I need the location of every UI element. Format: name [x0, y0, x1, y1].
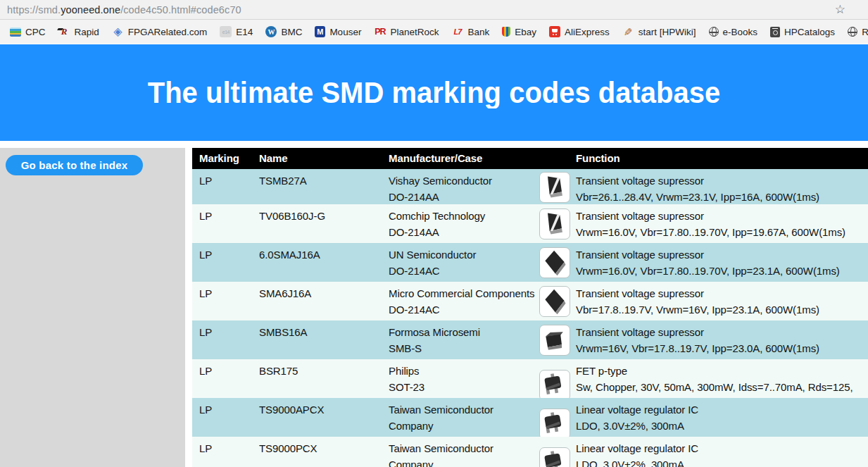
package-image [539, 325, 570, 356]
url-domain: yooneed.one [61, 4, 120, 15]
function-detail-line: Vbr=17.8..19.7V, Vrwm=16V, Ipp=23.1A, 60… [576, 301, 868, 318]
package-image [539, 208, 570, 239]
function-detail-line: Vbr=26.1..28.4V, Vrwm=23.1V, Ipp=16A, 60… [576, 189, 868, 204]
pencil-icon [622, 26, 634, 37]
cell-manufacturer-case: Philips SOT-23 [389, 359, 535, 398]
header-function: Function [574, 148, 868, 169]
bookmark-item[interactable]: AliExpress [543, 24, 615, 39]
bookmark-item[interactable]: CPC [4, 25, 51, 39]
function-detail-line: Vrwm=16.0V, Vbr=17.80..19.70V, Ipp=23.1A… [576, 263, 868, 279]
function-detail-line: Vrwm=16.0V, Vbr=17.80..19.70V, Ipp=19.67… [576, 224, 868, 240]
function-title-line: FET p-type [576, 363, 868, 379]
cell-package [535, 204, 574, 243]
cell-package [535, 169, 574, 204]
cell-name: TS9000APCX [259, 398, 389, 437]
manufacturer-line: Taiwan Semiconductor Company [389, 440, 535, 467]
bookmark-item[interactable]: E14 [214, 24, 258, 39]
function-title-line: Linear voltage regulator IC [576, 440, 868, 456]
bookmark-label: Bank [467, 27, 489, 37]
cell-function: Transient voltage supressor Vbr=26.1..28… [574, 169, 868, 204]
bookmark-item[interactable]: BMC [260, 24, 308, 39]
url-scheme: https://smd. [7, 4, 61, 15]
cell-function: Transient voltage supressor Vrwm=16V, Vb… [574, 320, 868, 359]
cell-package [535, 282, 574, 320]
pr-logo-icon [374, 26, 386, 37]
cell-manufacturer-case: Taiwan Semiconductor Company SOT-23 [389, 437, 535, 467]
case-line: DO-214AA [389, 189, 535, 204]
bookmark-label: HPCatalogs [784, 27, 835, 37]
bookmark-label: Mouser [329, 27, 361, 37]
aliexpress-cart-icon [549, 26, 560, 37]
bookmark-item[interactable]: Rapid [53, 24, 105, 39]
function-title-line: Linear voltage regulator IC [576, 401, 868, 418]
url-path: /code4c50.html#code6c70 [120, 4, 241, 15]
bookmark-label: Rapid [75, 27, 99, 37]
case-line: SMB-S [389, 340, 535, 356]
bookmark-label: E14 [236, 27, 253, 37]
cell-marking: LP [192, 169, 259, 204]
globe-icon [709, 27, 719, 37]
wordpress-icon [265, 26, 277, 37]
table-row: LP BSR175 Philips SOT-23 FET p-type Sw, … [192, 359, 868, 398]
table-row: LP SMA6J16A Micro Commercial Components … [192, 282, 868, 320]
case-line: DO-214AC [389, 263, 535, 279]
bookmark-item[interactable]: Recent-02-08-2024_w... [842, 25, 868, 39]
cell-marking: LP [192, 282, 259, 320]
bookmarks-bar: CPCRapidFPGARelated.comE14BMCMouserPlane… [0, 20, 868, 44]
bookmark-label: AliExpress [565, 27, 610, 37]
url-input[interactable]: https://smd.yooneed.one/code4c50.html#co… [7, 4, 835, 15]
cell-name: TS9000PCX [259, 437, 389, 467]
bookmark-item[interactable]: e-Books [703, 25, 764, 39]
manufacturer-line: Philips [389, 363, 535, 379]
bookmark-item[interactable]: PlanetRock [368, 24, 444, 39]
bank-logo-icon [451, 26, 463, 37]
cell-function: Linear voltage regulator IC LDO, 3.0V±2%… [574, 437, 868, 467]
main-content: Go back to the index Marking Name Manufa… [0, 141, 868, 467]
bookmark-label: BMC [281, 27, 302, 37]
cell-name: TSMB27A [259, 169, 389, 204]
case-line: DO-214AC [389, 301, 535, 318]
ebay-logo-icon [502, 27, 510, 37]
bookmark-item[interactable]: Mouser [309, 24, 367, 39]
case-line: DO-214AA [389, 224, 535, 240]
function-detail-line: LDO, 3.0V±2%, 300mA [576, 456, 868, 467]
function-detail-line: Sw, Chopper, 30V, 50mA, 300mW, Idss=7..7… [576, 379, 868, 398]
function-title-line: Transient voltage supressor [576, 324, 868, 340]
bookmark-item[interactable]: Bank [446, 24, 495, 39]
bookmark-label: FPGARelated.com [128, 27, 208, 37]
cell-function: FET p-type Sw, Chopper, 30V, 50mA, 300mW… [574, 359, 868, 398]
bookmark-label: Ebay [515, 27, 536, 37]
go-back-button[interactable]: Go back to the index [6, 155, 143, 175]
cell-manufacturer-case: UN Semiconductor DO-214AC [389, 243, 535, 282]
cell-manufacturer-case: Taiwan Semiconductor Company SOT-23 [389, 398, 535, 437]
cell-function: Transient voltage supressor Vrwm=16.0V, … [574, 204, 868, 243]
e14-logo-icon [220, 26, 232, 37]
package-image [539, 172, 570, 203]
package-image [539, 247, 570, 278]
cell-package [535, 398, 574, 437]
cell-manufacturer-case: Formosa Microsemi SMB-S [389, 320, 535, 359]
cell-manufacturer-case: Micro Commercial Components DO-214AC [389, 282, 535, 320]
mouser-logo-icon [315, 26, 325, 37]
camera-icon [770, 27, 780, 37]
table-row: LP SMBS16A Formosa Microsemi SMB-S Trans… [192, 320, 868, 359]
bookmark-star-icon[interactable]: ☆ [835, 4, 845, 15]
package-image [539, 447, 570, 467]
cell-marking: LP [192, 320, 259, 359]
manufacturer-line: Comchip Technology [389, 208, 535, 224]
bookmark-item[interactable]: start [HPWiki] [617, 24, 702, 39]
function-title-line: Transient voltage supressor [576, 285, 868, 301]
bookmark-item[interactable]: FPGARelated.com [106, 24, 213, 39]
package-image [539, 409, 570, 437]
manufacturer-line: UN Semiconductor [389, 247, 535, 263]
bookmark-item[interactable]: Ebay [496, 25, 542, 39]
function-detail-line: LDO, 3.0V±2%, 300mA [576, 418, 868, 434]
sidebar: Go back to the index [0, 148, 185, 467]
url-bar: https://smd.yooneed.one/code4c50.html#co… [0, 0, 868, 20]
manufacturer-line: Formosa Microsemi [389, 324, 535, 340]
cell-marking: LP [192, 359, 259, 398]
bookmark-item[interactable]: HPCatalogs [765, 25, 841, 39]
manufacturer-line: Micro Commercial Components [389, 285, 535, 301]
cell-manufacturer-case: Vishay Semiconductor DO-214AA [389, 169, 535, 204]
browser-chrome: https://smd.yooneed.one/code4c50.html#co… [0, 0, 868, 44]
